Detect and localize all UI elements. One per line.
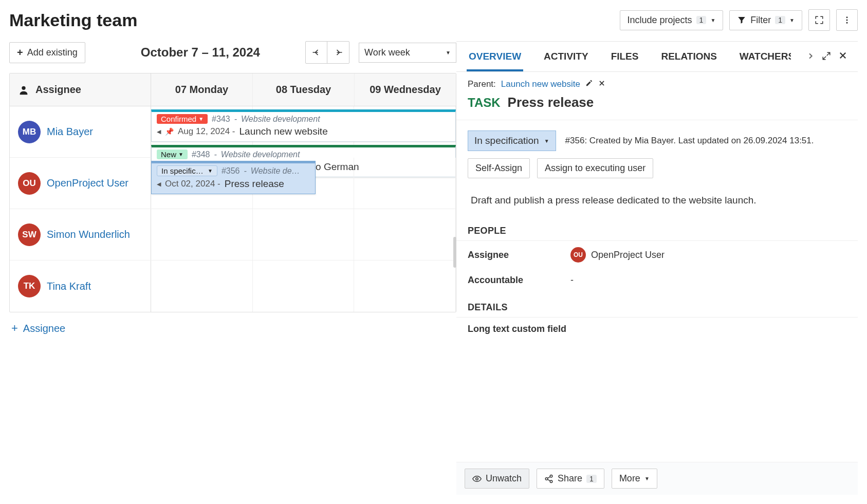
status-chip-label: In specificati… xyxy=(161,166,206,175)
lane-cell[interactable] xyxy=(253,209,355,260)
assignee-name[interactable]: Mia Bayer xyxy=(47,126,93,138)
remove-parent-button[interactable] xyxy=(598,79,605,89)
panel-tabs: OVERVIEWACTIVITYFILESRELATIONSWATCHERS xyxy=(456,42,858,72)
avatar: OU xyxy=(18,172,41,195)
status-select[interactable]: In specification ▼ xyxy=(468,130,556,151)
wp-title: Press release xyxy=(225,178,284,190)
wp-project: Website development xyxy=(241,115,320,124)
plus-icon: + xyxy=(11,322,18,335)
lane-cell[interactable] xyxy=(354,260,456,312)
day-column-header: 07 Monday xyxy=(151,73,253,106)
status-chip[interactable]: Confirmed▼ xyxy=(157,114,208,124)
tab-files[interactable]: FILES xyxy=(609,42,641,71)
panel-resize-handle[interactable] xyxy=(453,237,456,268)
tab-activity[interactable]: ACTIVITY xyxy=(542,42,591,71)
chevron-down-icon: ▼ xyxy=(208,168,213,174)
svg-point-4 xyxy=(476,477,478,480)
fullscreen-icon xyxy=(815,15,824,25)
arrow-left-icon xyxy=(311,47,322,58)
status-chip[interactable]: In specificati…▼ xyxy=(157,165,217,176)
tab-watchers[interactable]: WATCHERS xyxy=(737,42,791,71)
lane-cell[interactable] xyxy=(151,209,253,260)
parent-link[interactable]: Launch new website xyxy=(501,79,580,89)
assignee-name[interactable]: Tina Kraft xyxy=(47,281,91,292)
assignee-cell[interactable]: OUOpenProject User xyxy=(10,158,151,209)
assignee-cell[interactable]: SWSimon Wunderlich xyxy=(10,209,151,260)
panel-bottom-bar: Unwatch Share 1 More ▼ xyxy=(456,462,858,495)
board-row: SWSimon Wunderlich xyxy=(10,209,456,260)
filter-count: 1 xyxy=(775,16,785,24)
task-description[interactable]: Draft and publish a press release dedica… xyxy=(456,185,858,215)
fullscreen-button[interactable] xyxy=(808,9,830,31)
include-projects-button[interactable]: Include projects 1 ▼ xyxy=(620,10,724,30)
assignee-name[interactable]: OpenProject User xyxy=(47,177,128,189)
share-count: 1 xyxy=(586,475,597,483)
filter-button[interactable]: Filter 1 ▼ xyxy=(729,10,802,30)
next-week-button[interactable] xyxy=(327,42,349,63)
view-mode-select[interactable]: Work week ▼ xyxy=(359,43,456,63)
board-row: MBMia BayerConfirmed▼#343 - Website deve… xyxy=(10,106,456,158)
more-button[interactable]: More ▼ xyxy=(612,469,657,489)
assignee-name[interactable]: Simon Wunderlich xyxy=(47,229,130,240)
share-label: Share xyxy=(558,473,582,484)
lane-cell[interactable] xyxy=(253,260,355,312)
share-icon xyxy=(544,474,554,483)
task-title[interactable]: Press release xyxy=(508,95,594,110)
board-row: TKTina Kraft xyxy=(10,260,456,312)
svg-point-3 xyxy=(22,86,25,89)
chevron-down-icon: ▼ xyxy=(446,50,451,55)
tabs-scroll-right[interactable] xyxy=(806,52,815,62)
self-assign-button[interactable]: Self-Assign xyxy=(468,158,530,178)
chevron-down-icon: ▼ xyxy=(178,152,183,157)
lane xyxy=(151,260,456,312)
expand-icon xyxy=(822,51,831,61)
unwatch-label: Unwatch xyxy=(486,473,522,484)
svg-point-1 xyxy=(846,20,848,21)
edit-parent-button[interactable] xyxy=(585,79,593,89)
assign-executing-button[interactable]: Assign to executing user xyxy=(537,158,653,178)
cards-stack: In specificati…▼#356 - Website de…◀Oct 0… xyxy=(151,161,456,197)
lane-cell[interactable] xyxy=(354,209,456,260)
unwatch-button[interactable]: Unwatch xyxy=(465,469,529,489)
accountable-field-value[interactable]: - xyxy=(570,275,574,286)
long-text-field-label: Long text custom field xyxy=(468,324,566,334)
assignee-column-header[interactable]: Assignee xyxy=(10,73,151,106)
kebab-icon xyxy=(842,15,852,25)
chevron-down-icon: ▼ xyxy=(544,138,549,144)
start-indicator-icon: ◀ xyxy=(157,181,161,188)
chevron-down-icon: ▼ xyxy=(710,17,715,23)
status-value: In specification xyxy=(474,135,539,146)
work-package-card[interactable]: Confirmed▼#343 - Website development◀📌Au… xyxy=(151,109,456,142)
prev-week-button[interactable] xyxy=(306,42,327,63)
view-mode-value: Work week xyxy=(364,47,410,58)
status-chip-label: Confirmed xyxy=(161,115,196,123)
arrow-right-icon xyxy=(333,47,343,58)
lane-cell[interactable] xyxy=(151,260,253,312)
wp-id: #356 xyxy=(222,166,240,176)
close-panel-button[interactable] xyxy=(838,51,847,63)
add-existing-button[interactable]: + Add existing xyxy=(9,42,85,63)
assignee-cell[interactable]: TKTina Kraft xyxy=(10,260,151,312)
avatar: SW xyxy=(18,223,41,246)
close-icon xyxy=(838,51,847,60)
accountable-field-label: Accountable xyxy=(468,275,570,286)
more-menu-button[interactable] xyxy=(836,9,858,31)
tab-relations[interactable]: RELATIONS xyxy=(659,42,718,71)
eye-icon xyxy=(472,474,482,483)
svg-point-5 xyxy=(550,475,552,477)
board-row: OUOpenProject UserIn specificati…▼#356 -… xyxy=(10,158,456,209)
start-indicator-icon: ◀ xyxy=(157,128,161,135)
assignee-avatar: OU xyxy=(570,247,586,263)
plus-icon: + xyxy=(17,47,23,59)
assignee-cell[interactable]: MBMia Bayer xyxy=(10,106,151,157)
assignee-field-label: Assignee xyxy=(468,250,570,260)
team-board: Assignee 07 Monday08 Tuesday09 Wednesday… xyxy=(9,73,456,312)
filter-icon xyxy=(737,15,746,25)
parent-row: Parent: Launch new website xyxy=(456,72,858,91)
open-fullscreen-button[interactable] xyxy=(822,51,831,62)
tab-overview[interactable]: OVERVIEW xyxy=(467,42,523,71)
add-assignee-button[interactable]: + Assignee xyxy=(9,312,456,344)
assignee-field-value[interactable]: OU OpenProject User xyxy=(570,247,665,263)
share-button[interactable]: Share 1 xyxy=(537,469,604,489)
work-package-card[interactable]: In specificati…▼#356 - Website de…◀Oct 0… xyxy=(151,161,316,194)
